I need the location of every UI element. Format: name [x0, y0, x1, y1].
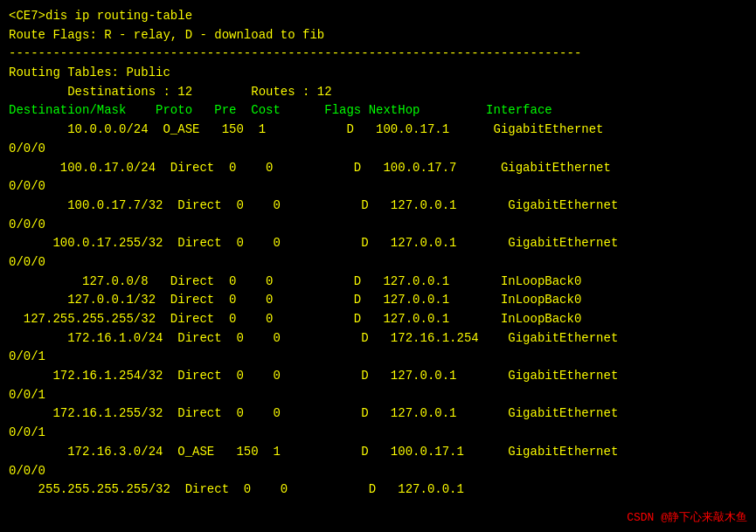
- terminal-line: 172.16.1.0/24 Direct 0 0 D 172.16.1.254 …: [9, 329, 747, 349]
- terminal-line: Routing Tables: Public: [9, 64, 747, 83]
- terminal-line: 172.16.1.255/32 Direct 0 0 D 127.0.0.1 G…: [9, 404, 747, 424]
- terminal-line: 255.255.255.255/32 Direct 0 0 D 127.0.0.…: [9, 480, 747, 500]
- watermark: CSDN @静下心来敲木鱼: [627, 509, 747, 525]
- terminal-line: 172.16.1.254/32 Direct 0 0 D 127.0.0.1 G…: [9, 367, 747, 386]
- terminal-line: 0/0/1: [9, 424, 747, 443]
- terminal-line: 100.0.17.0/24 Direct 0 0 D 100.0.17.7 Gi…: [9, 159, 747, 178]
- terminal-window: <CE7>dis ip routing-tableRoute Flags: R …: [0, 0, 756, 532]
- terminal-line: 0/0/0: [9, 140, 747, 159]
- terminal-line: 127.0.0/8 Direct 0 0 D 127.0.0.1 InLoopB…: [9, 273, 747, 292]
- terminal-line: Destinations : 12 Routes : 12: [9, 83, 747, 102]
- terminal-line: 100.0.17.7/32 Direct 0 0 D 127.0.0.1 Gig…: [9, 197, 747, 216]
- terminal-line: 127.0.0.1/32 Direct 0 0 D 127.0.0.1 InLo…: [9, 291, 747, 310]
- terminal-line: 0/0/0: [9, 177, 747, 197]
- terminal-line: 10.0.0.0/24 O_ASE 150 1 D 100.0.17.1 Gig…: [9, 121, 747, 140]
- terminal-line: 100.0.17.255/32 Direct 0 0 D 127.0.0.1 G…: [9, 234, 747, 253]
- terminal-line: 0/0/1: [9, 386, 747, 405]
- terminal-line: Destination/Mask Proto Pre Cost Flags Ne…: [9, 101, 747, 121]
- terminal-line: <CE7>dis ip routing-table: [9, 7, 747, 26]
- terminal-line: 127.255.255.255/32 Direct 0 0 D 127.0.0.…: [9, 310, 747, 329]
- terminal-line: 0/0/0: [9, 216, 747, 235]
- terminal-line: 0/0/0: [9, 253, 747, 273]
- terminal-line: Route Flags: R - relay, D - download to …: [9, 26, 747, 45]
- terminal-line: 0/0/0: [9, 462, 747, 481]
- terminal-line: 172.16.3.0/24 O_ASE 150 1 D 100.0.17.1 G…: [9, 443, 747, 462]
- terminal-line: 0/0/1: [9, 348, 747, 367]
- terminal-line: ----------------------------------------…: [9, 45, 747, 64]
